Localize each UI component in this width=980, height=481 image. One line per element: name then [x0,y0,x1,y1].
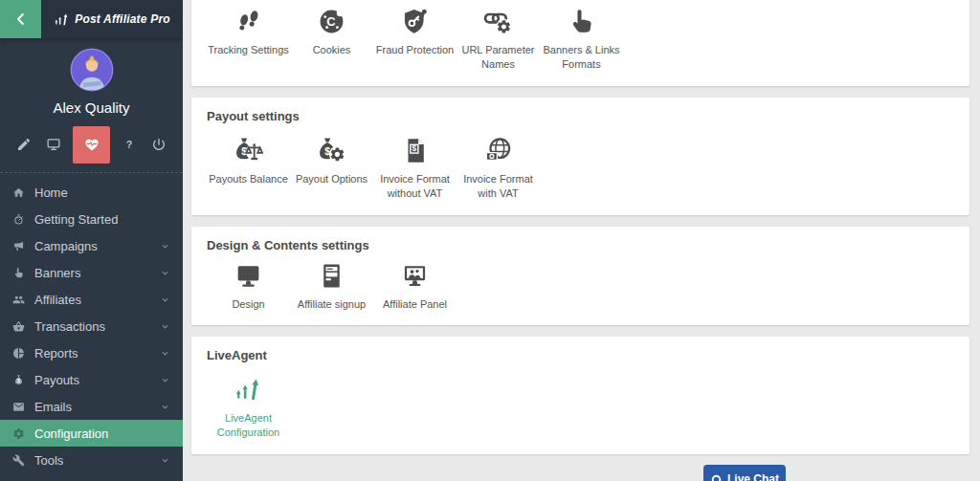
hand-pointer-icon [12,267,25,279]
card-title: LiveAgent [207,348,954,362]
tile-affiliate-panel[interactable]: Affiliate Panel [373,260,457,312]
tiles-row: Tracking Settings Cookies Fraud Protecti… [207,2,954,73]
tile-payout-options[interactable]: Payout Options [290,131,373,202]
home-icon [12,186,25,199]
sidebar-item-home[interactable]: Home [0,179,183,206]
tile-url-parameter-names[interactable]: URL Parameter Names [457,2,540,73]
tile-label: Payouts Balance [209,172,288,186]
sidebar-item-payouts[interactable]: Payouts [0,366,183,393]
user-name: Alex Quality [0,99,183,116]
card-design-contents-settings: Design & Contents settings Design Affili… [191,227,969,325]
tile-fraud-protection[interactable]: Fraud Protection [373,2,457,73]
liveagent-arrows-icon [234,375,263,404]
hand-pointer-icon [567,7,596,36]
tile-label: Tracking Settings [208,43,289,57]
tile-tracking-settings[interactable]: Tracking Settings [207,2,290,73]
power-icon [151,137,167,152]
app-window: Post Affiliate Pro Alex Quality [0,0,980,481]
sidebar-item-tools[interactable]: Tools [0,447,183,473]
tile-liveagent-configuration[interactable]: LiveAgent Configuration [207,370,290,441]
brand-logo: Post Affiliate Pro [41,0,183,38]
chevron-down-icon [160,295,170,305]
tile-payouts-balance[interactable]: Payouts Balance [207,131,290,202]
quick-actions [0,125,183,164]
chevron-down-icon [160,375,170,385]
profile-section: Alex Quality [0,48,183,116]
live-chat-button[interactable]: Live Chat [703,465,786,481]
sidebar-item-label: Emails [34,400,72,414]
users-icon [12,294,25,306]
sidebar: Post Affiliate Pro Alex Quality [0,0,183,481]
shield-key-icon [400,7,430,36]
sidebar-item-label: Getting Started [34,212,118,227]
tile-label: LiveAgent Configuration [207,411,290,441]
sidebar-header: Post Affiliate Pro [0,0,183,38]
health-status-button[interactable] [73,126,110,164]
sidebar-item-transactions[interactable]: Transactions [0,313,183,339]
help-button[interactable] [119,134,140,155]
sidebar-item-affiliates[interactable]: Affiliates [0,286,183,313]
link-gear-icon [483,7,513,36]
tile-label: URL Parameter Names [457,43,540,73]
chevron-down-icon [160,402,170,412]
tiles-row: Design Affiliate signup Affiliate Panel [207,260,954,312]
cookie-icon [317,7,346,36]
tile-cookies[interactable]: Cookies [290,2,373,73]
monitor-icon [46,137,61,152]
pie-chart-icon [12,347,25,360]
sidebar-item-label: Payouts [34,373,79,387]
gear-icon [12,427,25,440]
sidebar-item-emails[interactable]: Emails [0,393,183,420]
tile-label: Affiliate signup [298,297,366,312]
tile-label: Design [232,297,264,312]
chevron-down-icon [160,268,170,278]
tile-design[interactable]: Design [207,260,290,312]
chevron-down-icon [160,321,170,332]
basket-icon [12,320,25,333]
sidebar-item-getting-started[interactable]: Getting Started [0,206,183,232]
question-icon [122,137,137,152]
chevron-down-icon [160,348,170,359]
sidebar-item-configuration[interactable]: Configuration [0,420,183,447]
logout-button[interactable] [148,134,169,155]
tile-invoice-format-without-vat[interactable]: Invoice Format without VAT [373,131,457,202]
tile-invoice-format-with-vat[interactable]: Invoice Format with VAT [457,131,540,202]
tile-label: Cookies [313,43,351,57]
tile-affiliate-signup[interactable]: Affiliate signup [290,260,373,312]
sidebar-item-campaigns[interactable]: Campaigns [0,232,183,259]
post-affiliate-pro-logo-icon [54,11,70,28]
sidebar-item-label: Tools [34,453,63,468]
chevron-down-icon [160,455,170,466]
edit-profile-button[interactable] [13,134,34,155]
tile-banners-links-formats[interactable]: Banners & Links Formats [540,2,623,73]
main-content: Tracking Settings Cookies Fraud Protecti… [183,0,980,481]
tiles-row: Payouts Balance Payout Options Invoice F… [207,131,954,202]
panel-people-icon [400,261,430,291]
sidebar-item-banners[interactable]: Banners [0,259,183,286]
sidebar-divider [0,172,183,173]
collapse-sidebar-button[interactable] [0,0,41,38]
display-settings-button[interactable] [43,134,64,155]
chevron-down-icon [160,241,170,251]
live-chat-label: Live Chat [727,472,779,481]
signup-form-icon [317,261,346,291]
tile-label: Affiliate Panel [383,297,447,312]
chevron-left-icon [12,11,30,28]
wrench-icon [12,454,25,467]
tile-label: Payout Options [296,172,368,186]
tile-label: Invoice Format with VAT [457,172,540,202]
brand-name: Post Affiliate Pro [75,12,170,26]
heartbeat-icon [83,136,100,153]
sidebar-item-reports[interactable]: Reports [0,339,183,366]
tile-label: Invoice Format without VAT [373,172,457,202]
sidebar-item-label: Affiliates [34,293,81,307]
tile-label: Fraud Protection [376,43,454,57]
globe-invoice-icon [483,136,513,165]
sidebar-item-label: Campaigns [34,239,98,253]
sidebar-item-label: Home [34,186,68,200]
sidebar-menu: Home Getting Started Campaigns Banners A… [0,179,183,473]
monitor-icon [234,261,263,291]
envelope-icon [12,401,25,413]
money-bag-scale-icon [234,136,263,165]
sidebar-item-label: Reports [34,346,78,361]
